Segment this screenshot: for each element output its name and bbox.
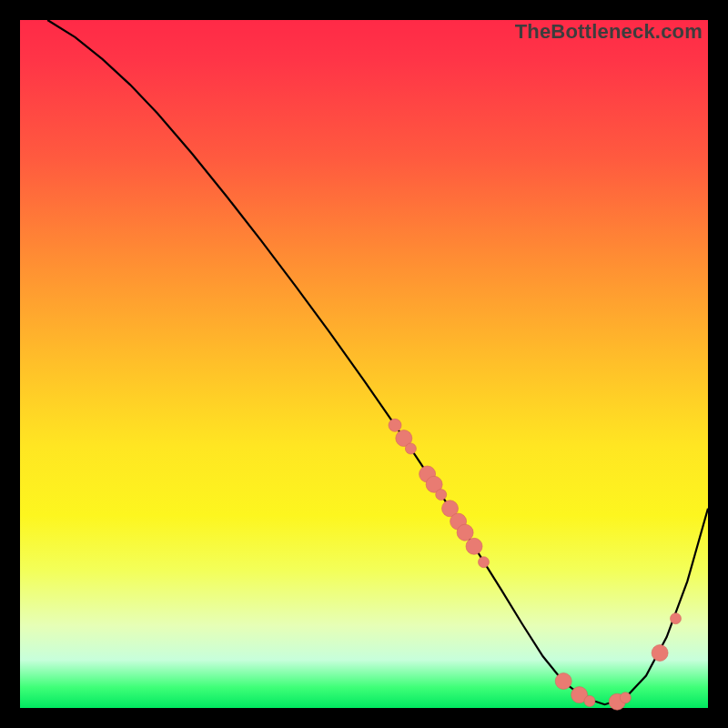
data-point bbox=[479, 557, 490, 568]
data-points bbox=[389, 419, 682, 710]
chart-area: TheBottleneck.com bbox=[20, 20, 708, 708]
data-point bbox=[405, 443, 416, 454]
data-point bbox=[457, 524, 473, 541]
chart-svg bbox=[20, 20, 708, 708]
data-point bbox=[466, 538, 482, 554]
data-point bbox=[652, 645, 668, 662]
data-point bbox=[620, 693, 631, 703]
bottleneck-curve bbox=[47, 20, 708, 704]
data-point bbox=[436, 490, 447, 500]
data-point bbox=[389, 419, 401, 431]
data-point bbox=[584, 695, 595, 706]
data-point bbox=[671, 613, 682, 624]
data-point bbox=[555, 673, 571, 690]
